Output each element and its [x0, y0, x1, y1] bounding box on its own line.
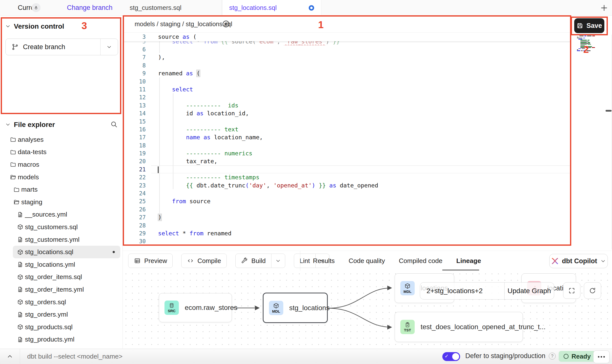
lineage-node-stg-locations[interactable]: MDL stg_locations — [263, 293, 328, 323]
selector-input[interactable]: 2+stg_locations+2 — [420, 283, 504, 299]
code-line-9[interactable]: 9renamed as ( — [123, 69, 571, 77]
file-tree-item-stg_locations.sql[interactable]: stg_locations.sql — [13, 246, 120, 258]
status-divider — [20, 349, 20, 364]
tab-compiled-code[interactable]: Compiled code — [399, 257, 443, 265]
tab-results[interactable]: Results — [313, 257, 335, 265]
lineage-node-test[interactable]: TST test_does_location_opened_at_trunc_t… — [395, 312, 523, 342]
code-line-19[interactable]: 19 ---------- numerics — [123, 149, 571, 157]
save-label: Save — [586, 22, 602, 30]
save-button[interactable]: Save — [574, 18, 604, 33]
clipped-code-line: 5 select * from {{ source('ecom', 'raw_s… — [123, 41, 571, 45]
fullscreen-button[interactable] — [563, 282, 580, 299]
line-number: 14 — [123, 109, 151, 117]
line-number: 7 — [123, 53, 151, 61]
code-editor[interactable]: 3source as ( 5 select * from {{ source('… — [123, 33, 571, 246]
lint-main[interactable]: Lint — [294, 254, 315, 268]
top-bar: Current Change branch stg_customers.sqls… — [0, 0, 612, 16]
tab-stg_locations.sql[interactable]: stg_locations.sql — [222, 0, 321, 16]
dbt-copilot-button[interactable]: dbt Copilot — [549, 254, 608, 268]
code-line-12[interactable]: 12 — [123, 93, 571, 101]
code-lines[interactable]: 67),89renamed as (1011 select1213 ------… — [123, 45, 571, 245]
minimap[interactable] — [576, 35, 596, 52]
preview-main[interactable]: Preview — [128, 254, 172, 268]
tab-code-quality[interactable]: Code quality — [348, 257, 385, 265]
create-branch-main[interactable]: Create branch — [6, 39, 100, 55]
create-branch-button[interactable]: Create branch — [5, 39, 118, 55]
tab-stg_customers.sql[interactable]: stg_customers.sql — [123, 0, 222, 15]
lineage-node-source[interactable]: SRC ecom.raw_stores — [159, 293, 232, 322]
new-tab-button[interactable] — [599, 3, 609, 13]
create-branch-dropdown[interactable] — [100, 39, 118, 55]
file-tree-item-stg_order_items.sql[interactable]: stg_order_items.sql — [0, 271, 123, 283]
code-line-24[interactable]: 24 — [123, 189, 571, 197]
code-line-17[interactable]: 17 name as location_name, — [123, 133, 571, 141]
file-tree-item-stg_products.sql[interactable]: stg_products.sql — [0, 321, 123, 333]
ready-status-badge[interactable]: Ready — [559, 351, 596, 362]
code-line-7[interactable]: 7), — [123, 53, 571, 61]
code-line-3[interactable]: 3source as ( — [123, 33, 571, 41]
file-tree-item-staging[interactable]: staging — [0, 196, 123, 208]
code-line-11[interactable]: 11 select — [123, 85, 571, 93]
file-health-icon[interactable] — [221, 19, 231, 29]
create-branch-label: Create branch — [23, 43, 65, 51]
preview-button[interactable]: Preview — [128, 254, 173, 268]
file-name: stg_products.sql — [25, 323, 73, 331]
code-line-5[interactable]: 5 select * from {{ source('ecom', 'raw_s… — [123, 41, 571, 45]
command-input[interactable]: dbt build --select <model_name> — [27, 353, 122, 360]
lineage-canvas[interactable]: SRC ecom.raw_stores MDL stg_locations MD… — [123, 271, 612, 349]
build-main[interactable]: Build — [236, 254, 271, 268]
code-line-26[interactable]: 26 — [123, 205, 571, 213]
file-icon — [17, 311, 23, 318]
code-line-6[interactable]: 6 — [123, 45, 571, 53]
build-dropdown[interactable] — [271, 254, 285, 268]
update-graph-button[interactable]: Update Graph — [505, 283, 554, 299]
code-line-14[interactable]: 14 id as location_id, — [123, 109, 571, 117]
compile-main[interactable]: Compile — [182, 254, 226, 268]
code-line-15[interactable]: 15 — [123, 118, 571, 125]
line-content — [151, 45, 571, 53]
search-icon[interactable] — [110, 121, 118, 128]
file-tree-item-macros[interactable]: macros — [0, 158, 123, 171]
code-line-28[interactable]: 28 — [123, 222, 571, 229]
file-tree-item-stg_locations.yml[interactable]: stg_locations.yml — [0, 258, 123, 271]
file-tree-item-data-tests[interactable]: data-tests — [0, 146, 123, 159]
code-line-18[interactable]: 18 — [123, 142, 571, 149]
file-tree-item-stg_customers.sql[interactable]: stg_customers.sql — [0, 221, 123, 233]
code-line-21[interactable]: 21 — [123, 165, 571, 173]
code-line-29[interactable]: 29select * from renamed — [123, 229, 571, 237]
compile-button[interactable]: Compile — [181, 254, 226, 268]
file-tree-item-marts[interactable]: marts — [0, 183, 123, 196]
file-tree-item-stg_order_items.yml[interactable]: stg_order_items.yml — [0, 283, 123, 296]
build-button[interactable]: Build — [235, 254, 285, 268]
refresh-button[interactable] — [584, 282, 601, 299]
code-line-22[interactable]: 22 ---------- timestamps — [123, 173, 571, 181]
file-tree-item-stg_orders.sql[interactable]: stg_orders.sql — [0, 296, 123, 308]
panel-resize-handle[interactable] — [606, 110, 612, 112]
code-line-27[interactable]: 27) — [123, 213, 571, 221]
tab-lineage[interactable]: Lineage — [456, 257, 481, 265]
code-line-20[interactable]: 20 tax_rate, — [123, 157, 571, 165]
file-tree-item-analyses[interactable]: analyses — [0, 133, 123, 146]
code-line-25[interactable]: 25 from source — [123, 197, 571, 205]
change-branch-link[interactable]: Change branch — [67, 4, 113, 12]
file-tree-item-stg_orders.yml[interactable]: stg_orders.yml — [0, 308, 123, 321]
help-icon[interactable]: ? — [549, 353, 556, 360]
file-explorer-collapse-icon[interactable] — [5, 121, 11, 127]
code-line-23[interactable]: 23 {{ dbt.date_trunc('day', 'opened_at')… — [123, 182, 571, 189]
code-line-13[interactable]: 13 ---------- ids — [123, 101, 571, 109]
file-icon — [17, 211, 23, 218]
file-tree-item-__sources.yml[interactable]: __sources.yml — [0, 208, 123, 221]
file-tree-item-models[interactable]: models — [0, 171, 123, 183]
results-tabs: ResultsCode qualityCompiled codeLineage — [313, 251, 481, 271]
code-line-10[interactable]: 10 — [123, 78, 571, 85]
more-options-button[interactable] — [593, 350, 610, 363]
file-tree-item-stg_customers.yml[interactable]: stg_customers.yml — [0, 233, 123, 246]
expand-command-bar-icon[interactable] — [6, 353, 13, 360]
defer-toggle[interactable]: ✓ — [442, 352, 460, 361]
code-line-16[interactable]: 16 ---------- text — [123, 125, 571, 133]
code-line-8[interactable]: 8 — [123, 61, 571, 69]
file-tree-item-stg_products.yml[interactable]: stg_products.yml — [0, 333, 123, 346]
cube-icon — [404, 283, 411, 289]
code-line-30[interactable]: 30 — [123, 237, 571, 245]
version-control-collapse-icon[interactable] — [5, 23, 11, 29]
